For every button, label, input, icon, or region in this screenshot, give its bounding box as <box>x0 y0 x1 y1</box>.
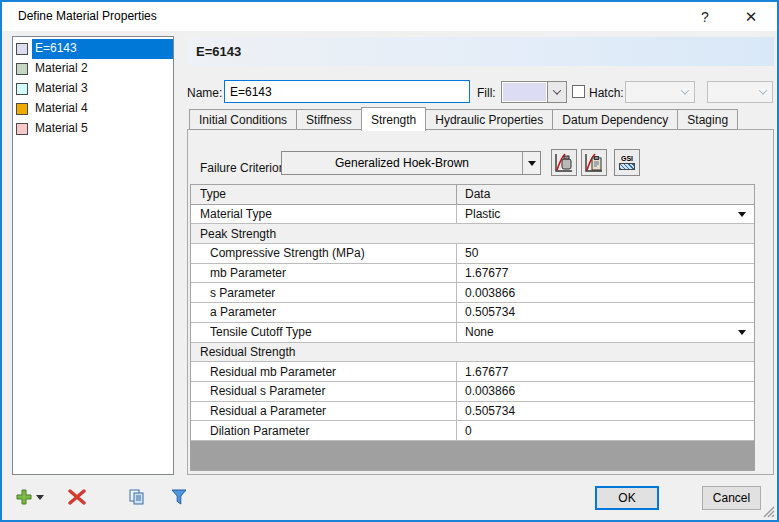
dropdown-arrow-button[interactable] <box>522 152 540 174</box>
property-name: Compressive Strength (MPa) <box>191 244 457 263</box>
chevron-down-icon[interactable] <box>36 495 44 500</box>
tab-hydraulic-properties[interactable]: Hydraulic Properties <box>426 109 553 130</box>
dropdown-arrow-icon[interactable] <box>738 212 746 217</box>
table-row: Compressive Strength (MPa) 50 <box>191 244 754 264</box>
filter-material-button[interactable] <box>167 485 191 509</box>
property-name: Residual s Parameter <box>191 382 457 401</box>
paste-strength-button[interactable] <box>581 149 607 176</box>
material-list-item[interactable]: Material 4 <box>13 99 173 119</box>
selected-material-title: E=6143 <box>196 44 241 59</box>
section-row: Peak Strength <box>191 224 754 244</box>
strength-curve-icon <box>554 153 574 173</box>
table-row: Residual mb Parameter 1.67677 <box>191 362 754 382</box>
table-row: a Parameter 0.505734 <box>191 303 754 323</box>
table-empty-area <box>191 441 754 470</box>
column-header-type: Type <box>191 185 457 204</box>
property-value-dropdown[interactable]: None <box>457 323 754 342</box>
section-row: Residual Strength <box>191 343 754 363</box>
chevron-down-icon <box>553 86 561 94</box>
property-name: Tensile Cutoff Type <box>191 323 457 342</box>
property-value-cell[interactable]: 0.505734 <box>457 303 754 322</box>
filter-funnel-icon <box>170 489 188 505</box>
dropdown-arrow-icon[interactable] <box>738 330 746 335</box>
material-color-checkbox[interactable] <box>16 63 28 75</box>
gsi-calculator-button[interactable]: GSI <box>614 149 640 176</box>
ok-button[interactable]: OK <box>595 486 659 510</box>
column-header-data: Data <box>457 185 754 204</box>
material-label[interactable]: Material 5 <box>32 119 173 139</box>
title-bar: Define Material Properties ? ✕ <box>2 2 777 31</box>
material-list-item[interactable]: Material 5 <box>13 119 173 139</box>
material-list-toolbar <box>12 484 191 510</box>
table-row: Dilation Parameter 0 <box>191 421 754 441</box>
name-row: Name: Fill: Hatch: <box>187 80 774 106</box>
tab-strength[interactable]: Strength <box>361 107 426 131</box>
property-value-cell[interactable]: 50 <box>457 244 754 263</box>
property-name: mb Parameter <box>191 264 457 283</box>
tab-stiffness[interactable]: Stiffness <box>297 109 362 130</box>
table-row: Material Type Plastic <box>191 205 754 225</box>
property-value-cell[interactable]: 0 <box>457 421 754 440</box>
copy-material-button[interactable] <box>125 485 149 509</box>
tab-datum-dependency[interactable]: Datum Dependency <box>553 109 678 130</box>
fill-color-swatch <box>503 83 546 101</box>
table-row: Residual s Parameter 0.003866 <box>191 382 754 402</box>
fill-label: Fill: <box>477 86 496 100</box>
hatch-checkbox[interactable] <box>572 85 585 98</box>
property-table: Type Data Material Type Plastic Peak Str… <box>190 184 755 471</box>
failure-criterion-dropdown[interactable]: Generalized Hoek-Brown <box>281 151 541 175</box>
tab-staging[interactable]: Staging <box>678 109 738 130</box>
strength-tab-page: Failure Criterion: Generalized Hoek-Brow… <box>187 129 774 475</box>
red-x-icon <box>68 489 86 505</box>
property-value-cell[interactable]: 0.505734 <box>457 402 754 421</box>
cancel-button[interactable]: Cancel <box>702 486 761 510</box>
plus-icon <box>15 488 33 506</box>
material-name-input[interactable] <box>224 80 470 103</box>
material-color-checkbox[interactable] <box>16 43 28 55</box>
delete-material-button[interactable] <box>65 485 89 509</box>
table-row: Residual a Parameter 0.505734 <box>191 402 754 422</box>
material-list-item[interactable]: Material 3 <box>13 79 173 99</box>
name-label: Name: <box>187 86 222 100</box>
material-color-checkbox[interactable] <box>16 83 28 95</box>
close-button[interactable]: ✕ <box>731 2 771 31</box>
resize-grip[interactable] <box>761 504 775 518</box>
material-label[interactable]: E=6143 <box>32 39 173 59</box>
material-list-item[interactable]: E=6143 <box>13 39 173 59</box>
section-label: Peak Strength <box>191 224 754 243</box>
material-color-checkbox[interactable] <box>16 123 28 135</box>
fill-color-dropdown[interactable] <box>501 81 567 103</box>
material-label[interactable]: Material 2 <box>32 59 173 79</box>
triangle-down-icon <box>528 161 536 166</box>
property-value-cell[interactable]: 1.67677 <box>457 264 754 283</box>
property-value-dropdown[interactable]: Plastic <box>457 205 754 224</box>
table-row: s Parameter 0.003866 <box>191 283 754 303</box>
failure-criterion-value: Generalized Hoek-Brown <box>282 152 522 174</box>
hatch-color-dropdown <box>707 81 773 103</box>
property-name: Dilation Parameter <box>191 421 457 440</box>
hatch-pattern-dropdown <box>625 81 695 103</box>
chevron-down-icon <box>759 86 767 94</box>
property-tabs: Initial Conditions Stiffness Strength Hy… <box>189 109 738 130</box>
fill-dropdown-button[interactable] <box>547 82 566 102</box>
failure-criterion-label: Failure Criterion: <box>200 161 289 175</box>
material-list[interactable]: E=6143 Material 2 Material 3 Material 4 … <box>12 36 174 475</box>
section-label: Residual Strength <box>191 343 754 362</box>
paste-strength-icon <box>584 153 604 173</box>
property-value-cell[interactable]: 0.003866 <box>457 283 754 302</box>
add-material-button[interactable] <box>12 485 47 509</box>
property-name: s Parameter <box>191 283 457 302</box>
material-list-item[interactable]: Material 2 <box>13 59 173 79</box>
help-button[interactable]: ? <box>685 2 725 31</box>
property-value-cell[interactable]: 1.67677 <box>457 362 754 381</box>
table-header-row: Type Data <box>191 185 754 205</box>
lab-data-button[interactable] <box>551 149 577 176</box>
property-value-cell[interactable]: 0.003866 <box>457 382 754 401</box>
property-name: Residual mb Parameter <box>191 362 457 381</box>
material-color-checkbox[interactable] <box>16 103 28 115</box>
property-name: a Parameter <box>191 303 457 322</box>
material-label[interactable]: Material 4 <box>32 99 173 119</box>
material-label[interactable]: Material 3 <box>32 79 173 99</box>
selected-material-header: E=6143 <box>187 37 774 66</box>
tab-initial-conditions[interactable]: Initial Conditions <box>189 109 297 130</box>
